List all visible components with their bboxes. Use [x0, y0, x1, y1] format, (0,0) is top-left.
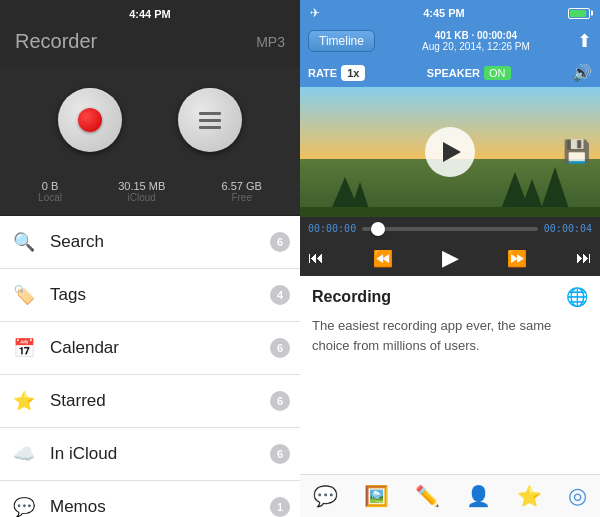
play-pause-button[interactable]: ▶	[442, 245, 459, 271]
recorder-controls	[0, 68, 300, 172]
progress-thumb[interactable]	[371, 222, 385, 236]
playback-controls-bar: RATE 1x SPEAKER ON 🔊	[300, 58, 600, 87]
speaker-label: SPEAKER	[427, 67, 480, 79]
calendar-badge: 6	[270, 338, 290, 358]
tab-photos-icon[interactable]: 🖼️	[364, 484, 389, 508]
rate-label: RATE	[308, 67, 337, 79]
content-description: The easiest recording app ever, the same…	[312, 316, 588, 355]
menu-item-starred[interactable]: ⭐ Starred 6	[0, 375, 300, 428]
rewind-button[interactable]: ⏪	[373, 249, 393, 268]
progress-track[interactable]	[362, 227, 538, 231]
total-time: 00:00:04	[544, 223, 592, 234]
search-icon: 🔍	[10, 228, 38, 256]
menu-item-search[interactable]: 🔍 Search 6	[0, 216, 300, 269]
search-badge: 6	[270, 232, 290, 252]
volume-icon[interactable]: 🔊	[572, 63, 592, 82]
starred-label: Starred	[50, 391, 270, 411]
menu-item-memos[interactable]: 💬 Memos 1	[0, 481, 300, 517]
skip-to-start-button[interactable]: ⏮	[308, 249, 324, 267]
tab-user-icon[interactable]: 👤	[466, 484, 491, 508]
stat-icloud-label: iCloud	[118, 192, 165, 203]
calendar-icon: 📅	[10, 334, 38, 362]
recorder-format: MP3	[256, 34, 285, 50]
tab-circle-icon[interactable]: ◎	[568, 483, 587, 509]
record-button[interactable]	[58, 88, 122, 152]
tab-comments-icon[interactable]: 💬	[313, 484, 338, 508]
recording-info-bar: Timeline 401 KB · 00:00:04 Aug 20, 2014,…	[300, 26, 600, 58]
status-bar-left: 4:44 PM	[0, 8, 300, 20]
stat-icloud-value: 30.15 MB	[118, 180, 165, 192]
share-button[interactable]: ⬆	[577, 30, 592, 52]
stat-free: 6.57 GB Free	[222, 180, 262, 203]
skip-to-end-button[interactable]: ⏭	[576, 249, 592, 267]
video-overlay: 💾	[300, 87, 600, 217]
menu-item-inicloud[interactable]: ☁️ In iCloud 6	[0, 428, 300, 481]
search-label: Search	[50, 232, 270, 252]
play-icon	[443, 142, 461, 162]
content-title: Recording	[312, 288, 391, 306]
recorder-title: Recorder	[15, 30, 97, 53]
inicloud-badge: 6	[270, 444, 290, 464]
inicloud-label: In iCloud	[50, 444, 270, 464]
tab-edit-icon[interactable]: ✏️	[415, 484, 440, 508]
list-button[interactable]	[178, 88, 242, 152]
stat-local: 0 B Local	[38, 180, 62, 203]
stat-free-value: 6.57 GB	[222, 180, 262, 192]
starred-badge: 6	[270, 391, 290, 411]
menu-list: 🔍 Search 6 🏷️ Tags 4 📅 Calendar 6 ⭐ Star…	[0, 216, 300, 517]
left-panel: 4:44 PM Recorder MP3 0 B Local 30.15 MB …	[0, 0, 300, 517]
current-time: 00:00:00	[308, 223, 356, 234]
rate-value[interactable]: 1x	[341, 65, 365, 81]
menu-item-calendar[interactable]: 📅 Calendar 6	[0, 322, 300, 375]
tab-star-icon[interactable]: ⭐	[517, 484, 542, 508]
stat-local-label: Local	[38, 192, 62, 203]
memos-badge: 1	[270, 497, 290, 517]
right-panel: ✈ 4:45 PM Timeline 401 KB · 00:00:04 Aug…	[300, 0, 600, 517]
tags-icon: 🏷️	[10, 281, 38, 309]
save-icon[interactable]: 💾	[563, 139, 590, 165]
content-section: Recording 🌐 The easiest recording app ev…	[300, 276, 600, 474]
content-title-row: Recording 🌐	[312, 286, 588, 308]
globe-icon[interactable]: 🌐	[566, 286, 588, 308]
icloud-icon: ☁️	[10, 440, 38, 468]
timeline-button[interactable]: Timeline	[308, 30, 375, 52]
memos-icon: 💬	[10, 493, 38, 517]
progress-bar-section: 00:00:00 00:00:04	[300, 217, 600, 240]
fast-forward-button[interactable]: ⏩	[507, 249, 527, 268]
memos-label: Memos	[50, 497, 270, 517]
stat-icloud: 30.15 MB iCloud	[118, 180, 165, 203]
bottom-tab-bar: 💬 🖼️ ✏️ 👤 ⭐ ◎	[300, 474, 600, 517]
stat-local-value: 0 B	[38, 180, 62, 192]
transport-controls: ⏮ ⏪ ▶ ⏩ ⏭	[300, 240, 600, 276]
starred-icon: ⭐	[10, 387, 38, 415]
menu-item-tags[interactable]: 🏷️ Tags 4	[0, 269, 300, 322]
calendar-label: Calendar	[50, 338, 270, 358]
file-size: 401 KB · 00:00:04	[422, 30, 530, 41]
tags-badge: 4	[270, 285, 290, 305]
right-status-time: 4:45 PM	[423, 7, 465, 19]
airplane-icon: ✈	[310, 6, 320, 20]
recording-metadata: 401 KB · 00:00:04 Aug 20, 2014, 12:26 PM	[422, 30, 530, 52]
recorder-stats: 0 B Local 30.15 MB iCloud 6.57 GB Free	[0, 172, 300, 216]
record-dot-icon	[78, 108, 102, 132]
right-status-bar: ✈ 4:45 PM	[300, 0, 600, 26]
recorder-header: 4:44 PM Recorder MP3	[0, 0, 300, 68]
tags-label: Tags	[50, 285, 270, 305]
list-icon	[199, 112, 221, 129]
video-thumbnail: 💾	[300, 87, 600, 217]
status-time-left: 4:44 PM	[129, 8, 171, 20]
recording-date: Aug 20, 2014, 12:26 PM	[422, 41, 530, 52]
speaker-value[interactable]: ON	[484, 66, 511, 80]
battery-icon	[568, 8, 590, 19]
play-button[interactable]	[425, 127, 475, 177]
stat-free-label: Free	[222, 192, 262, 203]
